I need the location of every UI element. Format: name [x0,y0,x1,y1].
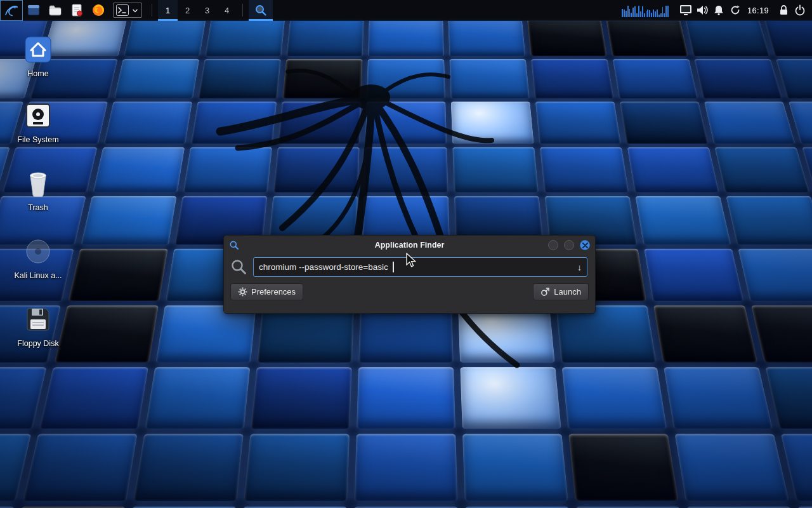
notifications-button[interactable] [710,0,727,21]
volume-icon [696,4,709,16]
file-manager-launcher[interactable] [44,0,66,21]
search-input-value: chromium --password-store=basic [259,262,390,272]
text-caret [393,262,394,272]
window-titlebar[interactable]: Application Finder [224,236,595,255]
close-icon [582,243,588,248]
firefox-icon [91,3,105,17]
desktop-icon-label: Floppy Disk [10,339,66,348]
minimize-button[interactable] [548,240,558,250]
cpu-graph-widget[interactable] [622,3,669,17]
gear-icon [238,287,247,297]
kali-dragon-logo [162,35,593,416]
workspace-4[interactable]: 4 [217,0,237,21]
desktop-icon-label: File System [10,135,66,144]
lock-screen-button[interactable] [775,0,792,21]
launch-icon [540,287,550,297]
workspace-3[interactable]: 3 [197,0,217,21]
window-icon [27,3,41,17]
window-magnifier-icon [229,240,239,250]
desktop-icon-floppy[interactable]: Floppy Disk [10,304,66,348]
search-input[interactable]: chromium --password-store=basic ↓ [253,257,587,277]
desktop-icon-label: Home [10,69,66,78]
window-buttons-launcher[interactable] [23,0,44,21]
terminal-dropdown-button[interactable] [130,6,140,15]
magnifier-icon [254,4,267,17]
workspace-2[interactable]: 2 [178,0,197,21]
chevron-down-icon [132,8,138,13]
kali-logo-icon [4,3,19,18]
desktop-icon-label: Kali Linux a... [10,271,66,280]
preferences-button[interactable]: Preferences [230,283,303,300]
desktop-icon-label: Trash [10,203,66,212]
maximize-button[interactable] [564,240,574,250]
terminal-icon [116,4,129,16]
applications-menu-button[interactable] [0,0,23,21]
display-icon [679,4,692,16]
lock-icon [778,4,789,16]
finder-body: chromium --password-store=basic ↓ [224,255,595,279]
preferences-button-label: Preferences [251,287,296,297]
window-title: Application Finder [224,241,595,250]
desktop-icon-trash[interactable]: Trash [10,168,66,212]
volume-button[interactable] [694,0,710,21]
kali-disc-icon [24,237,52,265]
desktop-icon-home[interactable]: Home [10,34,66,78]
search-icon [230,258,247,276]
updates-button[interactable] [727,0,743,21]
panel-separator [242,4,243,17]
application-finder-window: Application Finder chromium --password-s… [223,235,596,314]
text-editor-launcher[interactable] [66,0,88,21]
display-settings-button[interactable] [678,0,694,21]
dropdown-arrow-icon[interactable]: ↓ [577,262,582,272]
firefox-launcher[interactable] [88,0,109,21]
terminal-launcher-group [113,3,142,18]
top-panel: 1 2 3 4 16:19 [0,0,812,21]
refresh-circle-icon [730,4,741,16]
window-controls [548,240,590,250]
document-icon [70,3,84,17]
clock[interactable]: 16:19 [747,6,769,15]
bell-icon [713,4,724,16]
launch-button-label: Launch [554,287,581,297]
folder-icon [48,3,62,17]
launch-button[interactable]: Launch [533,283,589,300]
home-icon [23,35,53,64]
workspace-1[interactable]: 1 [158,0,178,21]
terminal-launcher[interactable] [115,3,130,17]
taskbar-app-finder-button[interactable] [249,0,273,21]
power-icon [794,4,806,16]
close-button[interactable] [580,240,590,250]
trash-icon [25,170,51,197]
finder-actions: Preferences Launch [224,279,595,307]
panel-separator [152,4,152,17]
desktop-icon-file-system[interactable]: File System [10,100,66,144]
desktop-icon-kali-installer[interactable]: Kali Linux a... [10,236,66,280]
logout-button[interactable] [792,0,808,21]
file-system-icon [24,102,52,130]
floppy-disk-icon [24,305,52,333]
